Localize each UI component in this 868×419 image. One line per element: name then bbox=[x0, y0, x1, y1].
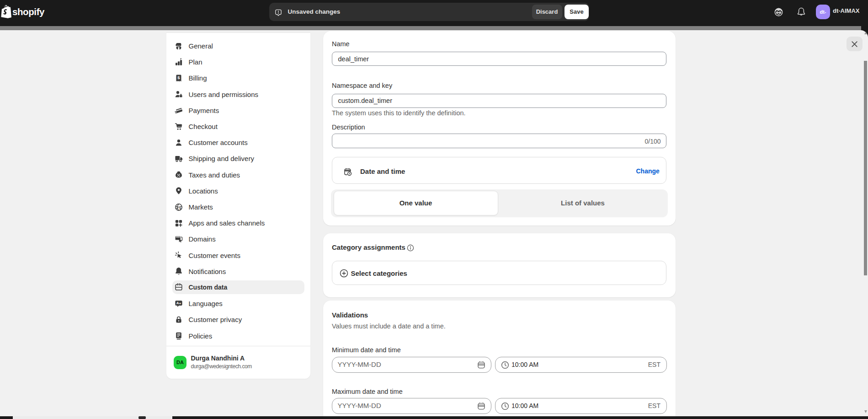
svg-text:$: $ bbox=[177, 75, 180, 80]
svg-text:✦: ✦ bbox=[179, 302, 181, 305]
